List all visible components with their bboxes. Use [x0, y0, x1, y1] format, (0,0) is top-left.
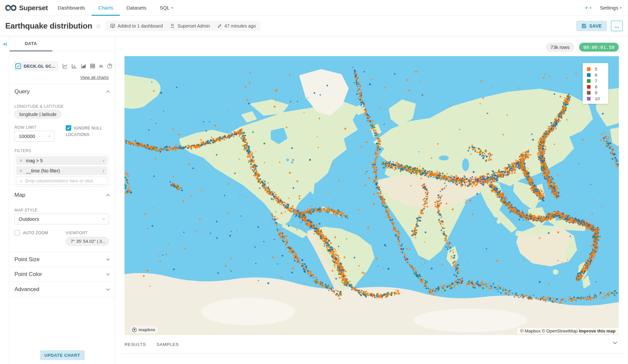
nav-dashboards[interactable]: Dashboards [51, 0, 92, 16]
nav-sql[interactable]: SQL▾ [153, 0, 180, 16]
earthquake-points-layer[interactable] [124, 56, 619, 335]
data-panel: DATA DECK.GL SC... [10, 36, 115, 364]
tab-data[interactable]: DATA [10, 36, 52, 51]
chevron-right-icon[interactable]: › [100, 168, 107, 174]
legend-swatch [587, 73, 591, 77]
nav-datasets[interactable]: Datasets [120, 0, 153, 16]
row-limit-select[interactable]: 100000 [14, 131, 55, 142]
legend-item[interactable]: 8 [583, 84, 608, 90]
mapbox-logo[interactable]: mapbox [130, 326, 158, 333]
more-viz-count[interactable]: 4k [99, 64, 103, 69]
filters-box: ✕ mag > 5 › ✕ __time (No filter) › + Dro… [14, 154, 109, 187]
mapbox-icon [132, 327, 137, 332]
tab-results[interactable]: RESULTS [124, 342, 146, 347]
ignore-null-label-line2: LOCATIONS [66, 132, 110, 137]
chevron-down-icon [106, 273, 110, 276]
chart-header: Earthquake distribution ☆ Added to 1 das… [0, 16, 628, 36]
legend-item[interactable]: 5 [583, 66, 608, 72]
point-color-section-header[interactable]: Point Color [10, 267, 115, 282]
ellipsis-icon: … [615, 23, 619, 29]
row-limit-label: ROW LIMIT [14, 125, 36, 130]
filter-row-time[interactable]: ✕ __time (No filter) › [16, 166, 107, 175]
tab-samples[interactable]: SAMPLES [156, 342, 179, 347]
legend-item[interactable]: 7 [583, 78, 608, 84]
panel-tabs: DATA [10, 36, 115, 51]
legend-swatch [587, 91, 591, 95]
plus-icon: + [20, 178, 23, 184]
legend-swatch [587, 85, 591, 89]
magnitude-legend: 5 6 7 8 9 10 [583, 63, 608, 104]
filter-drop-zone[interactable]: + Drop columns/metrics here or click [16, 176, 107, 185]
update-chart-button[interactable]: UPDATE CHART [40, 350, 85, 360]
query-section-header[interactable]: Query [14, 88, 110, 95]
remove-filter-icon[interactable]: ✕ [16, 169, 26, 173]
brand-name: Superset [19, 4, 48, 12]
viewport-chip[interactable]: 7° 35' 54.02" | 3... [66, 237, 109, 246]
query-status-badges: 73k rows 00:00:01.50 [546, 43, 619, 52]
deckgl-map[interactable]: 5 6 7 8 9 10 mapbox © Mapbox © OpenStree… [124, 56, 619, 335]
line-chart-icon[interactable] [62, 63, 68, 69]
auto-zoom-checkbox[interactable] [14, 230, 20, 236]
chevron-up-icon [106, 194, 110, 196]
row-count-badge: 73k rows [546, 43, 574, 52]
ignore-null-label-line1: IGNORE NULL [74, 126, 102, 130]
viewport-label: VIEWPORT [66, 231, 88, 235]
remove-filter-icon[interactable]: ✕ [16, 158, 26, 163]
viz-type-name: DECK.GL SC... [24, 64, 56, 69]
dashboard-icon [110, 23, 115, 29]
owner-meta[interactable]: Superset Admin [170, 23, 210, 29]
plus-icon: + [585, 4, 588, 11]
bar-chart-icon[interactable] [71, 63, 77, 69]
chevron-down-icon [47, 135, 51, 137]
settings-menu[interactable]: Settings ▾ [600, 5, 621, 11]
collapse-results-icon[interactable] [613, 341, 617, 344]
chevron-up-icon [106, 90, 110, 93]
map-attribution: © Mapbox © OpenStreetMap Improve this ma… [517, 328, 619, 334]
table-icon[interactable] [90, 63, 96, 69]
navbar: Superset Dashboards Charts Datasets SQL▾… [0, 0, 628, 16]
improve-map-link[interactable]: Improve this map [579, 329, 616, 333]
chevron-down-icon: ▾ [590, 6, 592, 10]
advanced-section-header[interactable]: Advanced [10, 282, 115, 297]
legend-item[interactable]: 6 [583, 72, 608, 78]
chevron-right-icon[interactable]: › [100, 158, 107, 164]
save-disk-icon [581, 23, 587, 29]
map-section-header[interactable]: Map [14, 192, 110, 199]
auto-zoom-control: AUTO ZOOM [14, 230, 48, 236]
divider [10, 184, 115, 185]
legend-swatch [587, 67, 591, 71]
save-button[interactable]: SAVE [576, 21, 607, 31]
viz-type-selected[interactable]: DECK.GL SC... [13, 61, 59, 71]
map-style-select[interactable]: Outdoors [14, 214, 109, 224]
favorite-star-icon[interactable]: ☆ [96, 22, 101, 30]
legend-swatch [587, 79, 591, 83]
infinity-logo-icon [5, 4, 16, 11]
lon-lat-chip[interactable]: longitude | latitude [14, 110, 61, 119]
map-style-label: MAP STYLE [14, 208, 38, 213]
filter-row-mag[interactable]: ✕ mag > 5 › [16, 156, 107, 165]
chevron-down-icon [102, 218, 105, 220]
dashboards-meta[interactable]: Added to 1 dashboard [110, 23, 163, 29]
chevron-down-icon [106, 258, 110, 261]
superset-logo[interactable]: Superset [0, 4, 51, 12]
legend-item[interactable]: 9 [583, 90, 608, 96]
pie-chart-icon[interactable] [107, 63, 113, 69]
ignore-null-checkbox[interactable] [66, 125, 71, 131]
point-size-section-header[interactable]: Point Size [10, 252, 115, 267]
new-item-menu[interactable]: + ▾ [585, 4, 592, 11]
area-chart-icon[interactable] [80, 63, 86, 69]
view-all-charts-link[interactable]: View all charts [80, 75, 109, 80]
nav-charts[interactable]: Charts [92, 0, 120, 16]
viz-type-row: DECK.GL SC... 4k [13, 60, 111, 72]
more-options-button[interactable]: … [611, 21, 623, 31]
expand-panel-icon[interactable] [2, 41, 8, 47]
results-tabs: RESULTS SAMPLES [124, 342, 179, 347]
legend-swatch [587, 97, 591, 101]
viz-selected-checkbox [15, 63, 21, 69]
legend-item[interactable]: 10 [583, 96, 608, 102]
last-modified-meta[interactable]: 47 minutes ago [217, 23, 256, 29]
ignore-null-control: IGNORE NULL LOCATIONS [66, 125, 110, 137]
chevron-down-icon: ▾ [171, 6, 173, 10]
panel-gutter [0, 36, 9, 364]
lon-lat-label: LONGITUDE & LATITUDE [14, 104, 64, 109]
